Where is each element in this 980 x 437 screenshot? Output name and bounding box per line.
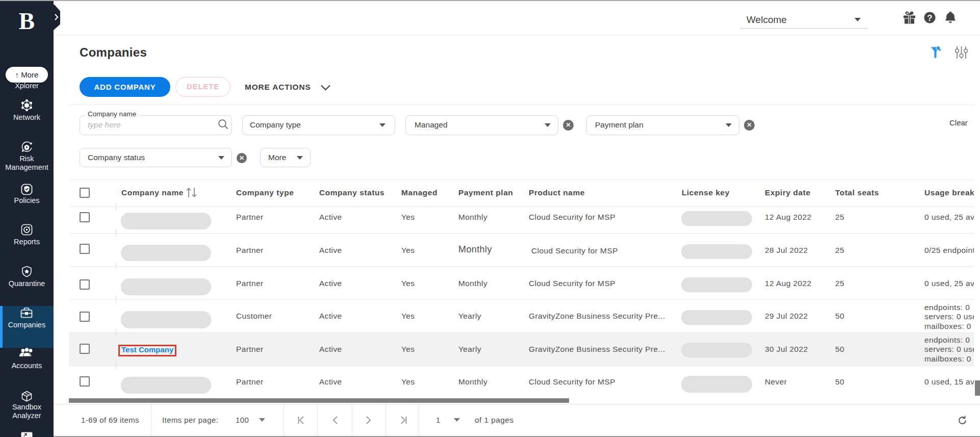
svg-text:?: ? <box>927 13 932 23</box>
